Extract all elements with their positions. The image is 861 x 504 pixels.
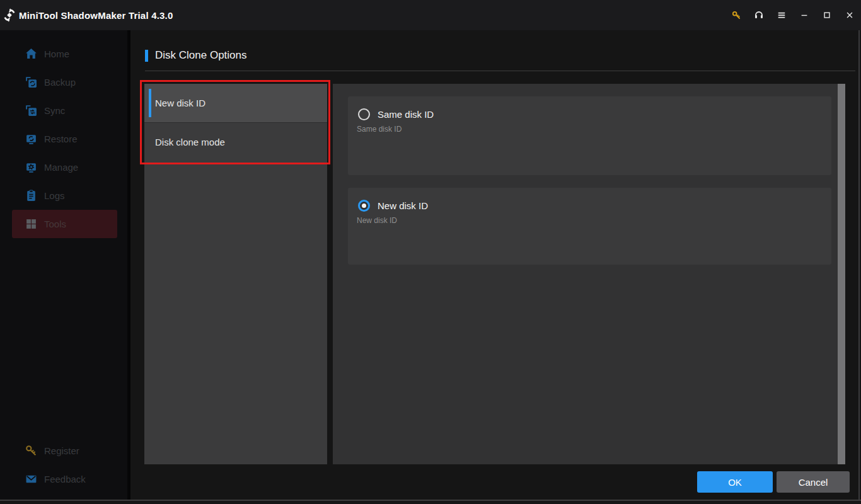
sidebar-item-restore[interactable]: Restore (0, 125, 127, 153)
mail-icon (25, 473, 37, 485)
backup-icon (25, 76, 37, 88)
heading-divider (145, 71, 855, 71)
key-icon (25, 445, 37, 457)
sidebar-item-feedback[interactable]: Feedback (0, 465, 127, 493)
sidebar-label: Restore (44, 134, 78, 144)
close-icon[interactable] (838, 0, 861, 30)
radio-new-disk-id[interactable] (358, 200, 370, 212)
app-logo-icon (3, 8, 16, 22)
scrollbar-thumb[interactable] (838, 84, 845, 464)
page-title: Disk Clone Options (155, 49, 247, 62)
options-panel: Same disk ID Same disk ID New disk ID Ne… (333, 84, 838, 464)
home-icon (25, 48, 37, 60)
tab-new-disk-id[interactable]: New disk ID (144, 84, 327, 122)
option-description: New disk ID (357, 216, 397, 225)
main-content: Disk Clone Options New disk ID Disk clon… (130, 30, 861, 500)
license-key-icon[interactable] (725, 0, 748, 30)
sidebar-item-tools[interactable]: Tools (12, 210, 117, 238)
titlebar: MiniTool ShadowMaker Trial 4.3.0 (0, 0, 861, 30)
menu-icon[interactable] (770, 0, 793, 30)
logs-icon (25, 190, 37, 202)
radio-row[interactable]: Same disk ID (358, 108, 434, 120)
sidebar: Home Backup Sync (0, 30, 127, 500)
window-title: MiniTool ShadowMaker Trial 4.3.0 (19, 10, 173, 21)
sidebar-label: Backup (44, 77, 76, 88)
radio-row[interactable]: New disk ID (358, 200, 428, 212)
sidebar-label: Logs (44, 190, 65, 201)
option-description: Same disk ID (357, 125, 402, 134)
sidebar-item-register[interactable]: Register (0, 437, 127, 465)
radio-same-disk-id[interactable] (358, 108, 370, 120)
window-right-border (858, 30, 860, 500)
tab-disk-clone-mode[interactable]: Disk clone mode (144, 122, 327, 161)
option-card-new-disk-id[interactable]: New disk ID New disk ID (348, 188, 831, 265)
sidebar-item-sync[interactable]: Sync (0, 96, 127, 125)
sidebar-item-logs[interactable]: Logs (0, 181, 127, 210)
maximize-icon[interactable] (816, 0, 838, 30)
sidebar-label: Home (44, 49, 69, 59)
support-headset-icon[interactable] (748, 0, 770, 30)
option-label: Same disk ID (378, 109, 434, 120)
heading-accent-bar (145, 50, 148, 62)
sidebar-item-home[interactable]: Home (0, 40, 127, 68)
option-label: New disk ID (378, 200, 428, 211)
tab-label: New disk ID (155, 98, 205, 108)
sidebar-label: Register (44, 445, 79, 456)
minimize-icon[interactable] (793, 0, 816, 30)
sidebar-label: Sync (44, 105, 65, 116)
sidebar-label: Feedback (44, 474, 86, 484)
window-bottom-border (0, 500, 861, 504)
cancel-button[interactable]: Cancel (777, 471, 850, 493)
tab-label: Disk clone mode (155, 137, 225, 147)
sync-icon (25, 105, 37, 117)
sidebar-item-manage[interactable]: Manage (0, 153, 127, 181)
manage-icon (25, 161, 37, 173)
option-tab-panel: New disk ID Disk clone mode (144, 84, 327, 464)
tools-icon (25, 218, 37, 230)
sidebar-label: Tools (44, 219, 66, 229)
sidebar-item-backup[interactable]: Backup (0, 68, 127, 96)
sidebar-label: Manage (44, 162, 78, 173)
option-card-same-disk-id[interactable]: Same disk ID Same disk ID (348, 96, 831, 175)
ok-button[interactable]: OK (697, 471, 773, 493)
restore-icon (25, 133, 37, 145)
